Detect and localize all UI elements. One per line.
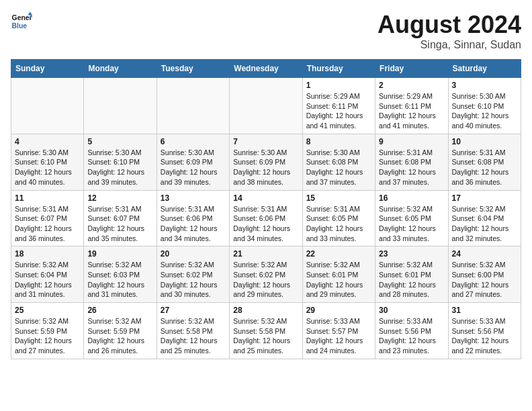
day-number: 9 [379,137,444,146]
day-info: Sunrise: 5:30 AM Sunset: 6:10 PM Dayligh… [452,91,517,131]
day-info: Sunrise: 5:33 AM Sunset: 5:57 PM Dayligh… [306,316,371,356]
weekday-header-thursday: Thursday [302,60,375,78]
calendar-cell: 10Sunrise: 5:31 AM Sunset: 6:08 PM Dayli… [448,134,521,190]
calendar-cell: 30Sunrise: 5:33 AM Sunset: 5:56 PM Dayli… [375,303,448,359]
calendar-table: SundayMondayTuesdayWednesdayThursdayFrid… [11,59,521,359]
day-info: Sunrise: 5:32 AM Sunset: 6:04 PM Dayligh… [15,260,80,300]
day-number: 16 [379,193,444,203]
day-number: 19 [87,249,152,259]
day-info: Sunrise: 5:31 AM Sunset: 6:07 PM Dayligh… [87,204,152,244]
calendar-cell [230,78,302,134]
calendar-cell [11,78,84,134]
day-number: 2 [379,81,444,90]
day-number: 25 [15,306,80,315]
day-number: 15 [306,193,371,203]
day-number: 27 [161,306,226,315]
calendar-cell: 31Sunrise: 5:33 AM Sunset: 5:56 PM Dayli… [448,303,521,359]
day-number: 14 [233,193,298,203]
calendar-subtitle: Singa, Sinnar, Sudan [378,39,521,51]
day-number: 6 [161,137,226,146]
day-number: 17 [452,193,517,203]
calendar-cell: 17Sunrise: 5:32 AM Sunset: 6:04 PM Dayli… [448,190,521,246]
day-info: Sunrise: 5:32 AM Sunset: 6:02 PM Dayligh… [233,260,298,300]
day-number: 7 [233,137,298,146]
svg-text:General: General [12,14,32,21]
calendar-cell: 13Sunrise: 5:31 AM Sunset: 6:06 PM Dayli… [157,190,229,246]
week-row-5: 25Sunrise: 5:32 AM Sunset: 5:59 PM Dayli… [11,303,521,359]
day-info: Sunrise: 5:30 AM Sunset: 6:10 PM Dayligh… [15,148,80,187]
day-number: 24 [452,249,517,259]
day-number: 11 [15,193,80,203]
day-number: 31 [452,306,517,315]
day-number: 30 [379,306,444,315]
day-number: 23 [379,249,444,259]
calendar-cell: 14Sunrise: 5:31 AM Sunset: 6:06 PM Dayli… [230,190,302,246]
calendar-cell: 29Sunrise: 5:33 AM Sunset: 5:57 PM Dayli… [302,303,375,359]
weekday-header-friday: Friday [375,60,448,78]
day-info: Sunrise: 5:32 AM Sunset: 6:04 PM Dayligh… [452,204,517,244]
day-info: Sunrise: 5:32 AM Sunset: 5:58 PM Dayligh… [161,316,226,356]
svg-marker-2 [28,12,32,15]
day-number: 18 [15,249,80,259]
day-number: 10 [452,137,517,146]
weekday-header-sunday: Sunday [11,60,84,78]
calendar-cell: 7Sunrise: 5:30 AM Sunset: 6:09 PM Daylig… [230,134,302,190]
calendar-cell: 24Sunrise: 5:32 AM Sunset: 6:00 PM Dayli… [448,246,521,303]
day-number: 12 [87,193,152,203]
day-number: 8 [306,137,371,146]
day-info: Sunrise: 5:32 AM Sunset: 5:59 PM Dayligh… [15,316,80,356]
calendar-cell: 11Sunrise: 5:31 AM Sunset: 6:07 PM Dayli… [11,190,84,246]
calendar-cell: 26Sunrise: 5:32 AM Sunset: 5:59 PM Dayli… [84,303,157,359]
weekday-header-saturday: Saturday [448,60,521,78]
calendar-cell: 16Sunrise: 5:32 AM Sunset: 6:05 PM Dayli… [375,190,448,246]
calendar-cell [157,78,229,134]
calendar-cell: 19Sunrise: 5:32 AM Sunset: 6:03 PM Dayli… [84,246,157,303]
day-number: 21 [233,249,298,259]
day-number: 5 [87,137,152,146]
weekday-header-monday: Monday [84,60,157,78]
title-block: August 2024 Singa, Sinnar, Sudan [378,11,521,51]
day-info: Sunrise: 5:32 AM Sunset: 6:01 PM Dayligh… [306,260,371,300]
calendar-cell: 20Sunrise: 5:32 AM Sunset: 6:02 PM Dayli… [157,246,229,303]
calendar-cell: 27Sunrise: 5:32 AM Sunset: 5:58 PM Dayli… [157,303,229,359]
day-number: 1 [306,81,371,90]
calendar-cell: 12Sunrise: 5:31 AM Sunset: 6:07 PM Dayli… [84,190,157,246]
calendar-cell: 8Sunrise: 5:30 AM Sunset: 6:08 PM Daylig… [302,134,375,190]
day-info: Sunrise: 5:33 AM Sunset: 5:56 PM Dayligh… [379,316,444,356]
calendar-cell: 21Sunrise: 5:32 AM Sunset: 6:02 PM Dayli… [230,246,302,303]
day-info: Sunrise: 5:33 AM Sunset: 5:56 PM Dayligh… [452,316,517,356]
weekday-header-row: SundayMondayTuesdayWednesdayThursdayFrid… [11,60,521,78]
day-info: Sunrise: 5:31 AM Sunset: 6:06 PM Dayligh… [233,204,298,244]
day-info: Sunrise: 5:30 AM Sunset: 6:09 PM Dayligh… [161,148,226,187]
calendar-cell: 15Sunrise: 5:31 AM Sunset: 6:05 PM Dayli… [302,190,375,246]
week-row-4: 18Sunrise: 5:32 AM Sunset: 6:04 PM Dayli… [11,246,521,303]
calendar-cell: 23Sunrise: 5:32 AM Sunset: 6:01 PM Dayli… [375,246,448,303]
day-number: 3 [452,81,517,90]
week-row-1: 1Sunrise: 5:29 AM Sunset: 6:11 PM Daylig… [11,78,521,134]
calendar-cell: 1Sunrise: 5:29 AM Sunset: 6:11 PM Daylig… [302,78,375,134]
calendar-cell [84,78,157,134]
day-info: Sunrise: 5:32 AM Sunset: 6:05 PM Dayligh… [379,204,444,244]
calendar-cell: 3Sunrise: 5:30 AM Sunset: 6:10 PM Daylig… [448,78,521,134]
day-info: Sunrise: 5:32 AM Sunset: 6:03 PM Dayligh… [87,260,152,300]
day-info: Sunrise: 5:32 AM Sunset: 6:02 PM Dayligh… [161,260,226,300]
calendar-title: August 2024 [378,11,521,39]
day-number: 22 [306,249,371,259]
day-info: Sunrise: 5:30 AM Sunset: 6:08 PM Dayligh… [306,148,371,187]
calendar-cell: 5Sunrise: 5:30 AM Sunset: 6:10 PM Daylig… [84,134,157,190]
calendar-cell: 6Sunrise: 5:30 AM Sunset: 6:09 PM Daylig… [157,134,229,190]
day-info: Sunrise: 5:31 AM Sunset: 6:06 PM Dayligh… [161,204,226,244]
calendar-cell: 18Sunrise: 5:32 AM Sunset: 6:04 PM Dayli… [11,246,84,303]
day-number: 28 [233,306,298,315]
calendar-cell: 28Sunrise: 5:32 AM Sunset: 5:58 PM Dayli… [230,303,302,359]
calendar-cell: 2Sunrise: 5:29 AM Sunset: 6:11 PM Daylig… [375,78,448,134]
svg-text:Blue: Blue [12,22,28,30]
weekday-header-tuesday: Tuesday [157,60,229,78]
day-info: Sunrise: 5:31 AM Sunset: 6:08 PM Dayligh… [452,148,517,187]
calendar-cell: 22Sunrise: 5:32 AM Sunset: 6:01 PM Dayli… [302,246,375,303]
page-header: General Blue August 2024 Singa, Sinnar, … [11,11,521,51]
day-info: Sunrise: 5:32 AM Sunset: 5:59 PM Dayligh… [87,316,152,356]
day-number: 13 [161,193,226,203]
calendar-cell: 9Sunrise: 5:31 AM Sunset: 6:08 PM Daylig… [375,134,448,190]
day-number: 4 [15,137,80,146]
